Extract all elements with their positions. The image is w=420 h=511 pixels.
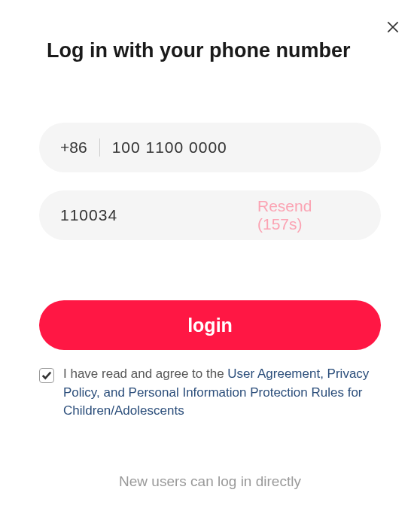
consent-row: I have read and agree to the User Agreem…	[39, 365, 381, 421]
consent-prefix: I have read and agree to the	[63, 367, 227, 381]
verification-field[interactable]: Resend (157s)	[39, 190, 381, 240]
login-button[interactable]: login	[39, 300, 381, 350]
checkmark-icon	[41, 370, 52, 381]
consent-text: I have read and agree to the User Agreem…	[63, 365, 381, 421]
footer-text: New users can log in directly	[0, 473, 420, 490]
input-group: +86 Resend (157s)	[39, 123, 381, 240]
close-icon	[385, 20, 400, 35]
verification-code-input[interactable]	[60, 206, 257, 224]
page-title: Log in with your phone number	[47, 39, 420, 62]
phone-field[interactable]: +86	[39, 123, 381, 172]
phone-input[interactable]	[112, 138, 360, 157]
close-button[interactable]	[384, 18, 402, 36]
consent-checkbox[interactable]	[39, 368, 54, 383]
resend-button[interactable]: Resend (157s)	[257, 197, 360, 233]
country-code[interactable]: +86	[60, 138, 100, 157]
